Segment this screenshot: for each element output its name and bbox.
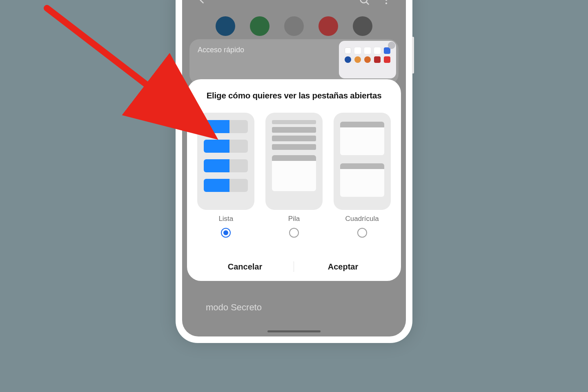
svg-point-4 [385,2,387,4]
svg-line-1 [366,2,368,4]
svg-line-5 [47,8,161,96]
option-cuadricula-label: Cuadrícula [345,215,379,223]
power-button [412,37,414,74]
option-lista-radio[interactable] [221,228,231,238]
option-lista-preview [197,113,254,210]
cancel-button[interactable]: Cancelar [196,252,294,281]
option-cuadricula-radio[interactable] [357,228,367,238]
more-icon[interactable] [378,0,394,8]
option-lista[interactable]: Lista [196,113,256,238]
option-lista-label: Lista [218,215,233,223]
background-bottom-label: modo Secreto [182,302,406,313]
option-pila[interactable]: Pila [264,113,324,238]
option-pila-preview [265,113,323,210]
background-tab-card: Acceso rápido [189,39,399,84]
back-icon[interactable] [194,0,210,8]
option-cuadricula-preview [334,113,391,210]
close-icon [388,42,395,49]
search-icon[interactable] [356,0,372,8]
phone-frame: Acceso rápido modo Secreto Elige cómo qu… [176,0,412,343]
accept-button[interactable]: Aceptar [294,252,392,281]
background-tab-label: Acceso rápido [198,46,244,54]
annotation-arrow [43,4,186,120]
home-indicator [267,330,321,332]
tab-view-picker-sheet: Elige cómo quieres ver las pestañas abie… [187,79,401,281]
option-pila-radio[interactable] [289,228,299,238]
sheet-title: Elige cómo quieres ver las pestañas abie… [196,91,392,100]
sheet-actions: Cancelar Aceptar [196,252,392,281]
tab-thumbnail [339,41,396,78]
option-cuadricula[interactable]: Cuadrícula [332,113,392,238]
option-pila-label: Pila [288,215,300,223]
svg-point-3 [385,0,387,1]
options-row: Lista Pila [196,113,392,238]
phone-screen: Acceso rápido modo Secreto Elige cómo qu… [182,0,406,336]
background-app-icons [182,16,406,37]
